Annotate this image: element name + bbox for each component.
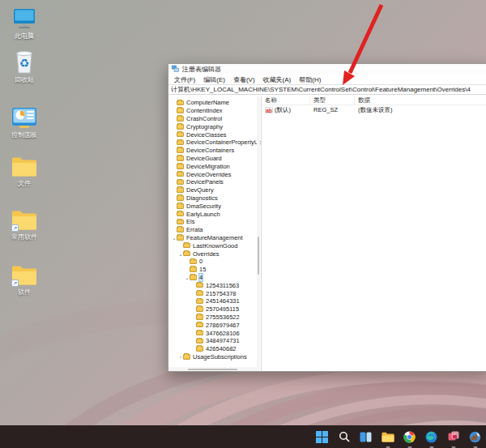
scrollbar-thumb[interactable] (188, 369, 237, 370)
folder-icon (177, 187, 184, 193)
running-indicator (407, 446, 411, 448)
running-indicator (451, 446, 455, 448)
tree-item-DeviceContainerPropertyUpda[interactable]: DeviceContainerPropertyUpda (168, 139, 256, 147)
column-header-type[interactable]: 类型 (310, 96, 355, 105)
menu-item-4[interactable]: 帮助(H) (295, 75, 325, 84)
tree-item-label: Cryptography (186, 123, 223, 130)
tree-item-label: 2570495115 (206, 305, 239, 313)
tree-item-DmaSecurity[interactable]: DmaSecurity (168, 202, 256, 210)
tree-item-CrashControl[interactable]: CrashControl (168, 115, 256, 123)
chrome-button[interactable] (401, 429, 418, 446)
folder-icon (177, 132, 184, 138)
tree-item-0[interactable]: 0 (168, 258, 256, 266)
tree-item-ComputerName[interactable]: ComputerName (168, 99, 256, 107)
tree-item-2570495115[interactable]: 2570495115 (168, 305, 256, 314)
desktop-icon-folder-1[interactable]: 文件 (2, 154, 47, 187)
tree-item-DevicePanels[interactable]: DevicePanels (168, 178, 256, 186)
tree-item-label: LastKnownGood (193, 242, 237, 250)
tree-item-UsageSubscriptions[interactable]: ›UsageSubscriptions (168, 353, 256, 361)
menu-item-2[interactable]: 查看(V) (229, 75, 259, 84)
tree-item-426540682[interactable]: 426540682 (168, 345, 256, 353)
column-header-name[interactable]: 名称 (262, 96, 310, 105)
this-pc-icon (11, 6, 38, 31)
tree-item-Els[interactable]: Els (168, 218, 256, 226)
folder-icon (183, 354, 190, 360)
reg-sz-icon: ab (265, 107, 273, 113)
tree-item-label: ContentIndex (186, 107, 223, 114)
tree-item-DeviceMigration[interactable]: DeviceMigration (168, 162, 256, 170)
column-header-data[interactable]: 数据 (355, 96, 486, 105)
tree-item-ContentIndex[interactable]: ContentIndex (168, 107, 256, 115)
tree-item-DeviceContainers[interactable]: DeviceContainers (168, 147, 256, 155)
tree-item-EarlyLaunch[interactable]: EarlyLaunch (168, 210, 256, 218)
photos-app-button[interactable] (445, 429, 462, 446)
folder-icon (177, 220, 184, 225)
tree-item-Cryptography[interactable]: Cryptography (168, 122, 256, 130)
folder-icon (183, 251, 190, 257)
paint-app-button[interactable] (467, 429, 484, 446)
file-explorer-icon (382, 432, 394, 442)
tree-item-2451464331[interactable]: 2451464331 (168, 297, 256, 305)
tree-item-DevQuery[interactable]: DevQuery (168, 186, 256, 194)
recycle-bin-icon: ♻ (11, 50, 38, 75)
window-body: ComputerNameContentIndexCrashControlCryp… (168, 96, 486, 371)
tree-item-label: DevicePanels (186, 178, 224, 186)
folder-icon (177, 195, 184, 201)
scrollbar-thumb[interactable] (258, 237, 259, 275)
tree-item-3484974731[interactable]: 3484974731 (168, 337, 256, 345)
desktop-icon-control-panel[interactable]: 控制面板 (2, 105, 47, 139)
desktop-icon-label: 此电脑 (15, 32, 34, 40)
search-button[interactable] (335, 429, 352, 446)
tree-item-DeviceGuard[interactable]: DeviceGuard (168, 155, 256, 163)
tree-item-label: Overrides (193, 250, 220, 258)
registry-tree-pane: ComputerNameContentIndexCrashControlCryp… (168, 96, 262, 371)
folder-icon (177, 227, 184, 233)
tree-item-3476628106[interactable]: 3476628106 (168, 329, 256, 337)
tree-horizontal-scrollbar[interactable] (168, 367, 257, 371)
tree-item-15[interactable]: 15 (168, 266, 256, 274)
desktop-icon-folder-3[interactable]: ↗ 软件 (2, 262, 47, 296)
edge-button[interactable] (423, 429, 440, 446)
desktop-icon-label: 回收站 (15, 76, 34, 83)
desktop-icon-recycle-bin[interactable]: ♻ 回收站 (2, 50, 47, 83)
tree-item-DeviceClasses[interactable]: DeviceClasses (168, 130, 256, 139)
address-bar[interactable]: 计算机\HKEY_LOCAL_MACHINE\SYSTEM\CurrentCon… (168, 84, 486, 95)
folder-icon (177, 180, 184, 186)
tree-item-215754378[interactable]: 215754378 (168, 289, 256, 297)
window-titlebar[interactable]: 注册表编辑器 (168, 64, 486, 75)
folder-icon (177, 140, 184, 146)
taskbar-icons (313, 425, 486, 448)
folder-icon (196, 346, 203, 352)
task-view-button[interactable] (357, 429, 374, 446)
tree-vertical-scrollbar[interactable] (257, 96, 260, 371)
value-name-cell: ab (默认) (262, 106, 310, 114)
file-explorer-button[interactable] (379, 429, 396, 446)
desktop-icon-this-pc[interactable]: 此电脑 (2, 6, 47, 40)
menu-item-0[interactable]: 文件(F) (170, 75, 199, 84)
desktop-icon-label: 控制面板 (11, 131, 37, 139)
tree-item-4[interactable]: ⌄4 (168, 274, 256, 282)
tree-item-Diagnostics[interactable]: Diagnostics (168, 194, 256, 203)
tree-item-Overrides[interactable]: ⌄Overrides (168, 250, 256, 258)
start-button[interactable] (313, 429, 330, 446)
tree-item-DeviceOverrides[interactable]: DeviceOverrides (168, 170, 256, 178)
tree-item-2786979467[interactable]: 2786979467 (168, 321, 256, 329)
tree-item-label: 4 (199, 274, 202, 281)
registry-value-row[interactable]: ab (默认) REG_SZ (数值未设置) (262, 105, 486, 114)
menu-item-3[interactable]: 收藏夹(A) (259, 75, 296, 84)
tree-item-label: 3484974731 (206, 337, 240, 344)
folder-icon (196, 322, 203, 328)
tree-item-FeatureManagement[interactable]: ⌄FeatureManagement (168, 234, 256, 242)
search-icon (339, 431, 350, 442)
tree-item-label: DeviceMigration (186, 163, 230, 170)
desktop-icon-folder-2[interactable]: ↗ 常用软件 (2, 207, 47, 241)
folder-icon (190, 259, 197, 265)
running-indicator (429, 446, 433, 448)
photos-app-icon (448, 431, 459, 442)
tree-item-LastKnownGood[interactable]: LastKnownGood (168, 241, 256, 250)
menu-item-1[interactable]: 编辑(E) (199, 75, 229, 84)
tree-item-1254311563[interactable]: 1254311563 (168, 281, 256, 289)
tree-item-2755536522[interactable]: 2755536522 (168, 314, 256, 322)
edge-icon (425, 431, 437, 443)
tree-item-Errata[interactable]: Errata (168, 226, 256, 234)
